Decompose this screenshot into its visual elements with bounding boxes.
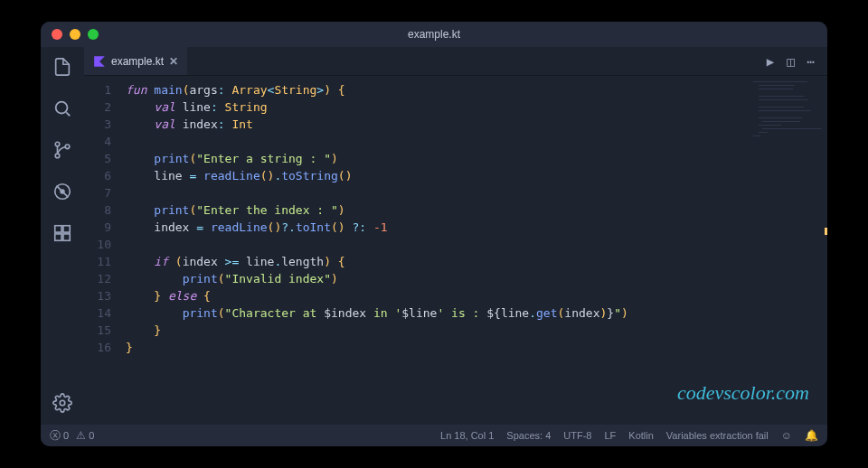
svg-point-1 (55, 142, 60, 146)
source-control-icon[interactable] (52, 139, 73, 161)
titlebar: example.kt (41, 22, 827, 47)
editor-actions: ▶ ◫ ⋯ (767, 47, 827, 75)
svg-rect-9 (63, 226, 70, 232)
svg-point-3 (65, 145, 70, 149)
svg-rect-6 (55, 226, 61, 232)
kotlin-file-icon (93, 55, 106, 68)
status-bar: ⓧ 0 ⚠ 0 Ln 18, Col 1 Spaces: 4 UTF-8 LF … (41, 425, 827, 446)
activity-bar (41, 47, 84, 425)
editor-window: example.kt (41, 22, 827, 446)
run-icon[interactable]: ▶ (767, 54, 774, 69)
notifications-bell-icon[interactable]: 🔔 (805, 429, 818, 442)
svg-point-10 (60, 400, 65, 406)
search-icon[interactable] (52, 98, 73, 119)
feedback-smiley-icon[interactable]: ☺ (781, 429, 792, 442)
status-language[interactable]: Kotlin (628, 430, 654, 441)
overview-ruler-marker (825, 228, 827, 235)
status-indentation[interactable]: Spaces: 4 (506, 430, 551, 441)
watermark-text: codevscolor.com (677, 384, 809, 401)
status-encoding[interactable]: UTF-8 (563, 430, 591, 441)
warning-icon: ⚠ (76, 429, 86, 442)
code-content[interactable]: fun main(args: Array<String>) { val line… (120, 76, 827, 425)
minimize-window-button[interactable] (70, 29, 80, 40)
tab-label: example.kt (111, 55, 164, 68)
traffic-lights (52, 29, 99, 40)
error-icon: ⓧ (50, 429, 61, 442)
svg-point-5 (60, 189, 65, 194)
split-editor-icon[interactable]: ◫ (787, 54, 794, 69)
maximize-window-button[interactable] (88, 29, 99, 40)
window-title: example.kt (41, 28, 827, 41)
svg-rect-7 (55, 234, 61, 240)
status-cursor-position[interactable]: Ln 18, Col 1 (440, 430, 494, 441)
tab-example-kt[interactable]: example.kt ✕ (84, 47, 187, 75)
status-extra[interactable]: Variables extraction fail (666, 430, 769, 441)
status-warnings[interactable]: ⚠ 0 (76, 429, 94, 442)
minimap[interactable] (750, 80, 822, 152)
svg-point-2 (55, 154, 60, 158)
editor-area[interactable]: 12345678910111213141516 fun main(args: A… (84, 76, 827, 425)
status-errors[interactable]: ⓧ 0 (50, 428, 69, 444)
line-number-gutter: 12345678910111213141516 (84, 76, 120, 425)
explorer-icon[interactable] (52, 56, 73, 78)
extensions-icon[interactable] (52, 222, 73, 244)
more-actions-icon[interactable]: ⋯ (807, 54, 815, 69)
svg-point-0 (56, 102, 68, 114)
tab-bar: example.kt ✕ ▶ ◫ ⋯ (84, 47, 827, 76)
status-eol[interactable]: LF (604, 430, 616, 441)
settings-gear-icon[interactable] (52, 392, 73, 414)
close-window-button[interactable] (52, 29, 62, 40)
svg-rect-8 (63, 234, 70, 240)
close-tab-icon[interactable]: ✕ (169, 55, 178, 68)
debug-icon[interactable] (52, 181, 73, 202)
